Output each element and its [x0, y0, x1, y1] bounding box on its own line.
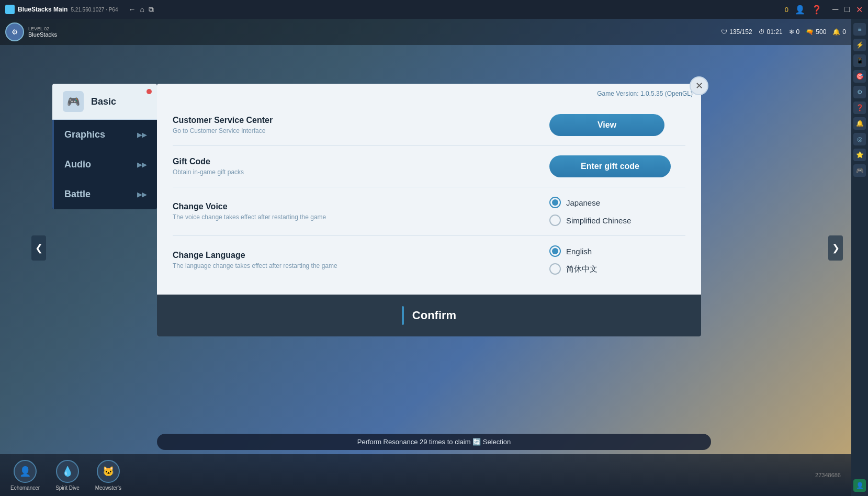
customer-service-title: Customer Service Center	[173, 116, 549, 125]
currency2-value: 500	[816, 28, 826, 36]
app-subtitle: 5.21.560.1027 · P64	[71, 7, 118, 13]
meowster-icon: 🐱	[97, 460, 120, 483]
coin-count: 0	[785, 6, 788, 14]
voice-japanese-option[interactable]: Japanese	[549, 197, 600, 208]
sidebar-icon-7[interactable]: 🔔	[853, 117, 866, 130]
maximize-button[interactable]: □	[844, 5, 850, 14]
timer-icon: ⏱	[759, 28, 765, 36]
hud-timer: ⏱ 01:21	[759, 28, 783, 36]
nav-arrow-left[interactable]: ❮	[31, 235, 46, 261]
left-nav-header[interactable]: 🎮 Basic	[52, 84, 157, 120]
language-chinese-radio[interactable]	[549, 263, 561, 275]
voice-japanese-radio[interactable]	[549, 197, 561, 208]
battle-label: Battle	[64, 189, 91, 200]
sidebar-item-graphics[interactable]: Graphics ▶▶	[52, 120, 157, 150]
language-english-radio[interactable]	[549, 245, 561, 257]
close-window-button[interactable]: ✕	[856, 5, 863, 15]
sidebar-icon-4[interactable]: 🎯	[853, 70, 866, 83]
left-nav-panel: 🎮 Basic Graphics ▶▶ Audio ▶▶ Battle ▶▶	[52, 84, 157, 209]
hud-info: LEVEL 02 BlueStacks	[28, 26, 57, 38]
audio-label: Audio	[64, 159, 91, 170]
chevron-right-icon-3: ▶▶	[137, 191, 146, 198]
hud-right: 🛡 135/152 ⏱ 01:21 ❄ 0 🔫 500 🔔 0	[721, 28, 846, 36]
sidebar-icon-3[interactable]: 📱	[853, 54, 866, 67]
settings-content: Customer Service Center Go to Customer S…	[157, 99, 701, 295]
nav-arrow-right[interactable]: ❯	[828, 235, 843, 261]
sidebar-icon-1[interactable]: ≡	[853, 23, 866, 36]
gift-code-subtitle: Obtain in-game gift packs	[173, 168, 549, 176]
chevron-right-icon-2: ▶▶	[137, 161, 146, 168]
sidebar-icon-6[interactable]: ❓	[853, 102, 866, 114]
voice-simplified-chinese-option[interactable]: Simplified Chinese	[549, 215, 631, 226]
bluestacks-logo	[5, 5, 15, 14]
settings-dialog: ✕ Game Version: 1.0.5.35 (OpenGL) Custom…	[157, 84, 701, 336]
customer-service-subtitle: Go to Customer Service interface	[173, 127, 549, 134]
language-english-option[interactable]: English	[549, 245, 592, 257]
change-voice-row: Change Voice The voice change takes effe…	[173, 187, 685, 236]
app-title: BlueStacks Main	[18, 6, 67, 13]
notification-dot	[146, 89, 152, 94]
language-chinese-label: 简休中文	[566, 264, 598, 274]
customer-service-label: Customer Service Center Go to Customer S…	[173, 116, 549, 134]
hud-currency3: 🔔 0	[832, 28, 846, 36]
selection-label: Selection	[483, 438, 511, 446]
sidebar-icon-10[interactable]: 🎮	[853, 164, 866, 177]
sidebar-item-audio[interactable]: Audio ▶▶	[52, 150, 157, 179]
resonance-icon: 🔄	[472, 438, 483, 446]
sidebar-icon-8[interactable]: ◎	[853, 133, 866, 145]
confirm-accent	[402, 306, 404, 325]
sidebar-item-battle[interactable]: Battle ▶▶	[52, 179, 157, 209]
voice-simplified-chinese-radio[interactable]	[549, 215, 561, 226]
resonance-banner: Perform Resonance 29 times to claim 🔄 Se…	[157, 434, 711, 450]
confirm-bar[interactable]: Confirm	[157, 295, 701, 336]
language-chinese-option[interactable]: 简休中文	[549, 263, 598, 275]
minimize-button[interactable]: ─	[832, 5, 838, 14]
voice-simplified-chinese-label: Simplified Chinese	[566, 216, 631, 225]
radio-inner-dot-2	[552, 248, 558, 254]
gift-code-control: Enter gift code	[549, 155, 685, 177]
user-icon[interactable]: 👤	[795, 5, 805, 15]
change-voice-control: Japanese Simplified Chinese	[549, 197, 685, 226]
bottom-bar: 👤 Echomancer 💧 Spirit Dive 🐱 Meowster's …	[0, 454, 851, 496]
language-english-label: English	[566, 247, 592, 256]
sidebar-icon-9[interactable]: ⭐	[853, 149, 866, 161]
gift-code-row: Gift Code Obtain in-game gift packs Ente…	[173, 146, 685, 187]
hud-avatar: ⚙	[5, 22, 24, 41]
duplicate-button[interactable]: ⧉	[149, 5, 154, 14]
change-language-control: English 简休中文	[549, 245, 685, 275]
enter-gift-code-button[interactable]: Enter gift code	[549, 155, 671, 177]
customer-service-control: View	[549, 114, 685, 136]
sidebar-icon-11[interactable]: 👤	[853, 479, 866, 492]
bottom-char-meowster[interactable]: 🐱 Meowster's	[95, 460, 121, 491]
spirit-dive-icon: 💧	[56, 460, 79, 483]
hp-value: 135/152	[729, 28, 752, 36]
hud-hp: 🛡 135/152	[721, 28, 752, 36]
bell-icon: 🔔	[832, 28, 840, 36]
voice-japanese-label: Japanese	[566, 198, 600, 207]
echomancer-name: Echomancer	[10, 485, 40, 491]
basic-label: Basic	[91, 96, 116, 107]
bottom-char-echomancer[interactable]: 👤 Echomancer	[10, 460, 40, 491]
change-voice-label: Change Voice The voice change takes effe…	[173, 202, 549, 221]
right-sidebar: ≡ ⚡ 📱 🎯 ⚙ ❓ 🔔 ◎ ⭐ 🎮 👤	[851, 19, 868, 496]
echomancer-icon: 👤	[14, 460, 37, 483]
bottom-char-spirit-dive[interactable]: 💧 Spirit Dive	[55, 460, 80, 491]
shield-icon: 🛡	[721, 28, 727, 36]
change-voice-title: Change Voice	[173, 202, 549, 211]
game-hud: ⚙ LEVEL 02 BlueStacks 🛡 135/152 ⏱ 01:21 …	[0, 19, 851, 45]
question-icon[interactable]: ❓	[811, 5, 822, 15]
gear-icon: ⚙	[12, 28, 18, 36]
resonance-text: Perform Resonance 29 times to claim	[357, 438, 471, 446]
basic-icon: 🎮	[63, 91, 84, 112]
sidebar-icon-5[interactable]: ⚙	[853, 86, 866, 98]
view-button[interactable]: View	[549, 114, 664, 136]
sidebar-icon-2[interactable]: ⚡	[853, 39, 866, 51]
currency1-value: 0	[796, 28, 800, 36]
back-button[interactable]: ←	[128, 5, 136, 14]
home-button[interactable]: ⌂	[140, 5, 144, 14]
close-dialog-button[interactable]: ✕	[690, 76, 708, 95]
currency3-value: 0	[842, 28, 846, 36]
version-label: Game Version: 1.0.5.35 (OpenGL)	[597, 90, 693, 97]
change-voice-subtitle: The voice change takes effect after rest…	[173, 213, 549, 221]
change-language-row: Change Language The language change take…	[173, 236, 685, 284]
